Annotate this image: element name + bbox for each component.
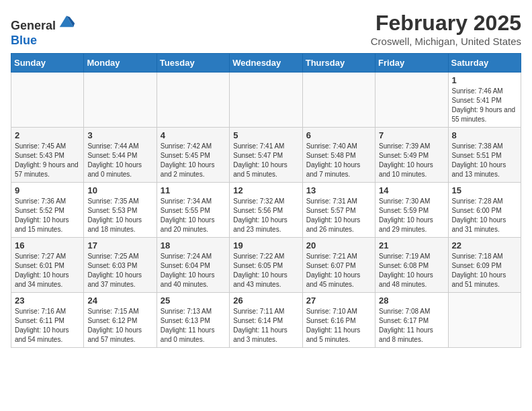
day-info: Sunrise: 7:19 AM Sunset: 6:08 PM Dayligh… bbox=[379, 252, 444, 289]
day-info: Sunrise: 7:21 AM Sunset: 6:07 PM Dayligh… bbox=[306, 252, 371, 289]
calendar-cell: 25Sunrise: 7:13 AM Sunset: 6:13 PM Dayli… bbox=[157, 293, 229, 348]
day-info: Sunrise: 7:11 AM Sunset: 6:14 PM Dayligh… bbox=[233, 307, 298, 345]
calendar-cell: 8Sunrise: 7:38 AM Sunset: 5:51 PM Daylig… bbox=[448, 128, 521, 183]
day-info: Sunrise: 7:08 AM Sunset: 6:17 PM Dayligh… bbox=[379, 307, 444, 345]
day-number: 25 bbox=[161, 295, 226, 306]
day-info: Sunrise: 7:41 AM Sunset: 5:47 PM Dayligh… bbox=[233, 142, 298, 179]
day-number: 15 bbox=[452, 185, 517, 195]
calendar-week-row: 9Sunrise: 7:36 AM Sunset: 5:52 PM Daylig… bbox=[11, 183, 521, 238]
calendar-cell bbox=[11, 73, 84, 128]
calendar-cell: 21Sunrise: 7:19 AM Sunset: 6:08 PM Dayli… bbox=[375, 238, 448, 293]
day-info: Sunrise: 7:39 AM Sunset: 5:49 PM Dayligh… bbox=[379, 142, 444, 179]
weekday-header-row: SundayMondayTuesdayWednesdayThursdayFrid… bbox=[11, 54, 521, 73]
day-number: 12 bbox=[233, 185, 298, 195]
weekday-header: Tuesday bbox=[157, 54, 229, 73]
calendar-cell: 18Sunrise: 7:24 AM Sunset: 6:04 PM Dayli… bbox=[157, 238, 229, 293]
day-number: 14 bbox=[379, 185, 444, 195]
calendar-cell: 16Sunrise: 7:27 AM Sunset: 6:01 PM Dayli… bbox=[11, 238, 84, 293]
day-number: 18 bbox=[161, 240, 226, 250]
day-info: Sunrise: 7:24 AM Sunset: 6:04 PM Dayligh… bbox=[161, 252, 226, 289]
calendar-cell: 22Sunrise: 7:18 AM Sunset: 6:09 PM Dayli… bbox=[448, 238, 521, 293]
day-number: 1 bbox=[452, 75, 517, 85]
day-info: Sunrise: 7:40 AM Sunset: 5:48 PM Dayligh… bbox=[306, 142, 371, 179]
day-info: Sunrise: 7:36 AM Sunset: 5:52 PM Dayligh… bbox=[15, 197, 80, 234]
day-number: 2 bbox=[15, 130, 80, 140]
weekday-header: Friday bbox=[375, 54, 448, 73]
day-number: 28 bbox=[379, 295, 444, 306]
day-info: Sunrise: 7:38 AM Sunset: 5:51 PM Dayligh… bbox=[452, 142, 517, 179]
day-number: 7 bbox=[379, 130, 444, 140]
day-number: 22 bbox=[452, 240, 517, 250]
day-number: 10 bbox=[87, 185, 152, 195]
day-info: Sunrise: 7:22 AM Sunset: 6:05 PM Dayligh… bbox=[233, 252, 298, 289]
calendar-cell bbox=[157, 73, 229, 128]
day-number: 4 bbox=[161, 130, 226, 140]
day-number: 19 bbox=[233, 240, 298, 250]
calendar-cell: 11Sunrise: 7:34 AM Sunset: 5:55 PM Dayli… bbox=[157, 183, 229, 238]
calendar: SundayMondayTuesdayWednesdayThursdayFrid… bbox=[11, 53, 521, 348]
calendar-week-row: 16Sunrise: 7:27 AM Sunset: 6:01 PM Dayli… bbox=[11, 238, 521, 293]
calendar-week-row: 1Sunrise: 7:46 AM Sunset: 5:41 PM Daylig… bbox=[11, 73, 521, 128]
calendar-cell: 1Sunrise: 7:46 AM Sunset: 5:41 PM Daylig… bbox=[448, 73, 521, 128]
calendar-cell: 20Sunrise: 7:21 AM Sunset: 6:07 PM Dayli… bbox=[302, 238, 375, 293]
logo-icon bbox=[57, 11, 76, 30]
calendar-cell bbox=[302, 73, 375, 128]
calendar-cell: 6Sunrise: 7:40 AM Sunset: 5:48 PM Daylig… bbox=[302, 128, 375, 183]
logo-general: General bbox=[11, 19, 56, 32]
day-number: 23 bbox=[15, 295, 80, 306]
day-number: 27 bbox=[306, 295, 371, 306]
weekday-header: Sunday bbox=[11, 54, 84, 73]
logo: General Blue bbox=[11, 11, 76, 48]
day-info: Sunrise: 7:30 AM Sunset: 5:59 PM Dayligh… bbox=[379, 197, 444, 234]
page-header: General Blue February 2025 Croswell, Mic… bbox=[11, 11, 521, 48]
day-info: Sunrise: 7:45 AM Sunset: 5:43 PM Dayligh… bbox=[15, 142, 80, 179]
calendar-cell: 17Sunrise: 7:25 AM Sunset: 6:03 PM Dayli… bbox=[84, 238, 157, 293]
day-info: Sunrise: 7:32 AM Sunset: 5:56 PM Dayligh… bbox=[233, 197, 298, 234]
weekday-header: Saturday bbox=[448, 54, 521, 73]
day-info: Sunrise: 7:28 AM Sunset: 6:00 PM Dayligh… bbox=[452, 197, 517, 234]
calendar-cell: 10Sunrise: 7:35 AM Sunset: 5:53 PM Dayli… bbox=[84, 183, 157, 238]
calendar-cell: 13Sunrise: 7:31 AM Sunset: 5:57 PM Dayli… bbox=[302, 183, 375, 238]
day-number: 8 bbox=[452, 130, 517, 140]
weekday-header: Thursday bbox=[302, 54, 375, 73]
day-info: Sunrise: 7:31 AM Sunset: 5:57 PM Dayligh… bbox=[306, 197, 371, 234]
calendar-cell: 12Sunrise: 7:32 AM Sunset: 5:56 PM Dayli… bbox=[230, 183, 302, 238]
calendar-cell: 24Sunrise: 7:15 AM Sunset: 6:12 PM Dayli… bbox=[84, 293, 157, 348]
calendar-cell: 14Sunrise: 7:30 AM Sunset: 5:59 PM Dayli… bbox=[375, 183, 448, 238]
location: Croswell, Michigan, United States bbox=[371, 36, 521, 47]
day-number: 5 bbox=[233, 130, 298, 140]
calendar-cell: 4Sunrise: 7:42 AM Sunset: 5:45 PM Daylig… bbox=[157, 128, 229, 183]
weekday-header: Monday bbox=[84, 54, 157, 73]
day-info: Sunrise: 7:35 AM Sunset: 5:53 PM Dayligh… bbox=[87, 197, 152, 234]
day-info: Sunrise: 7:16 AM Sunset: 6:11 PM Dayligh… bbox=[15, 307, 80, 345]
month-title: February 2025 bbox=[371, 11, 521, 36]
day-number: 6 bbox=[306, 130, 371, 140]
calendar-cell: 19Sunrise: 7:22 AM Sunset: 6:05 PM Dayli… bbox=[230, 238, 302, 293]
day-number: 20 bbox=[306, 240, 371, 250]
day-number: 16 bbox=[15, 240, 80, 250]
day-info: Sunrise: 7:18 AM Sunset: 6:09 PM Dayligh… bbox=[452, 252, 517, 289]
day-number: 17 bbox=[87, 240, 152, 250]
calendar-cell: 3Sunrise: 7:44 AM Sunset: 5:44 PM Daylig… bbox=[84, 128, 157, 183]
day-info: Sunrise: 7:15 AM Sunset: 6:12 PM Dayligh… bbox=[87, 307, 152, 345]
calendar-week-row: 2Sunrise: 7:45 AM Sunset: 5:43 PM Daylig… bbox=[11, 128, 521, 183]
day-number: 24 bbox=[87, 295, 152, 306]
day-info: Sunrise: 7:42 AM Sunset: 5:45 PM Dayligh… bbox=[161, 142, 226, 179]
logo-blue: Blue bbox=[11, 34, 37, 47]
day-info: Sunrise: 7:44 AM Sunset: 5:44 PM Dayligh… bbox=[87, 142, 152, 179]
calendar-week-row: 23Sunrise: 7:16 AM Sunset: 6:11 PM Dayli… bbox=[11, 293, 521, 348]
calendar-cell bbox=[230, 73, 302, 128]
day-number: 13 bbox=[306, 185, 371, 195]
calendar-cell: 23Sunrise: 7:16 AM Sunset: 6:11 PM Dayli… bbox=[11, 293, 84, 348]
calendar-cell: 7Sunrise: 7:39 AM Sunset: 5:49 PM Daylig… bbox=[375, 128, 448, 183]
calendar-cell: 9Sunrise: 7:36 AM Sunset: 5:52 PM Daylig… bbox=[11, 183, 84, 238]
day-number: 11 bbox=[161, 185, 226, 195]
day-info: Sunrise: 7:46 AM Sunset: 5:41 PM Dayligh… bbox=[452, 87, 517, 124]
title-block: February 2025 Croswell, Michigan, United… bbox=[371, 11, 521, 47]
calendar-cell bbox=[375, 73, 448, 128]
calendar-cell bbox=[448, 293, 521, 348]
calendar-cell bbox=[84, 73, 157, 128]
calendar-cell: 28Sunrise: 7:08 AM Sunset: 6:17 PM Dayli… bbox=[375, 293, 448, 348]
day-info: Sunrise: 7:10 AM Sunset: 6:16 PM Dayligh… bbox=[306, 307, 371, 345]
calendar-cell: 2Sunrise: 7:45 AM Sunset: 5:43 PM Daylig… bbox=[11, 128, 84, 183]
